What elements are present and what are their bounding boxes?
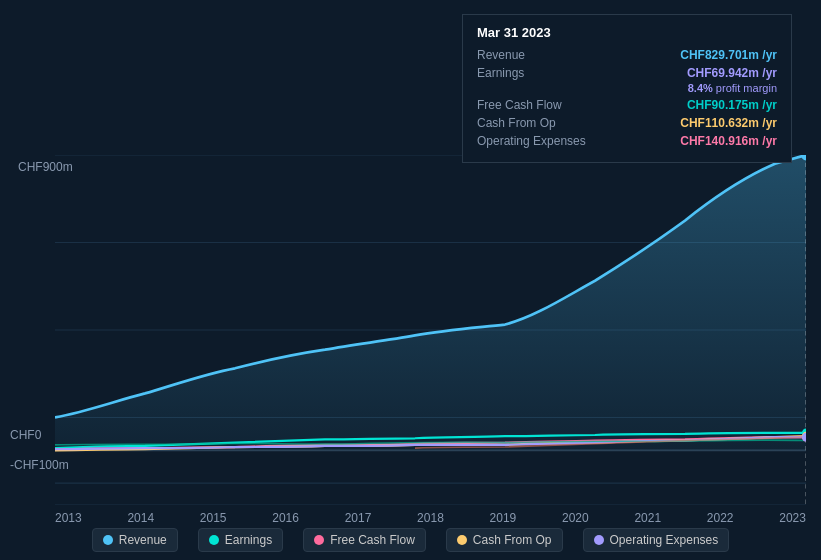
x-label-2015: 2015 <box>200 511 227 525</box>
tooltip-profit-margin-row: 8.4% profit margin <box>477 82 777 94</box>
legend-dot-free-cash <box>314 535 324 545</box>
tooltip-revenue-value: CHF829.701m /yr <box>680 48 777 62</box>
tooltip-profit-margin: 8.4% profit margin <box>688 82 777 94</box>
legend-dot-op-expenses <box>594 535 604 545</box>
x-label-2020: 2020 <box>562 511 589 525</box>
tooltip-cash-from-op-row: Cash From Op CHF110.632m /yr <box>477 116 777 130</box>
x-label-2018: 2018 <box>417 511 444 525</box>
tooltip: Mar 31 2023 Revenue CHF829.701m /yr Earn… <box>462 14 792 163</box>
legend-label-free-cash: Free Cash Flow <box>330 533 415 547</box>
x-label-2022: 2022 <box>707 511 734 525</box>
tooltip-op-expenses-value: CHF140.916m /yr <box>680 134 777 148</box>
legend-item-free-cash[interactable]: Free Cash Flow <box>303 528 426 552</box>
x-label-2021: 2021 <box>634 511 661 525</box>
x-label-2013: 2013 <box>55 511 82 525</box>
legend-item-earnings[interactable]: Earnings <box>198 528 283 552</box>
tooltip-op-expenses-label: Operating Expenses <box>477 134 607 148</box>
chart-svg <box>55 155 806 505</box>
tooltip-free-cash-value: CHF90.175m /yr <box>687 98 777 112</box>
tooltip-cash-from-op-value: CHF110.632m /yr <box>680 116 777 130</box>
x-label-2016: 2016 <box>272 511 299 525</box>
legend-item-revenue[interactable]: Revenue <box>92 528 178 552</box>
tooltip-op-expenses-row: Operating Expenses CHF140.916m /yr <box>477 134 777 148</box>
legend-label-cash-from-op: Cash From Op <box>473 533 552 547</box>
tooltip-revenue-label: Revenue <box>477 48 607 62</box>
x-axis-labels: 2013 2014 2015 2016 2017 2018 2019 2020 … <box>55 511 806 525</box>
legend-item-cash-from-op[interactable]: Cash From Op <box>446 528 563 552</box>
x-label-2017: 2017 <box>345 511 372 525</box>
legend-dot-earnings <box>209 535 219 545</box>
y-axis-zero-label: CHF0 <box>10 428 41 442</box>
tooltip-earnings-label: Earnings <box>477 66 607 80</box>
tooltip-date: Mar 31 2023 <box>477 25 777 40</box>
legend-label-earnings: Earnings <box>225 533 272 547</box>
tooltip-earnings-row: Earnings CHF69.942m /yr <box>477 66 777 80</box>
legend-item-op-expenses[interactable]: Operating Expenses <box>583 528 730 552</box>
tooltip-revenue-row: Revenue CHF829.701m /yr <box>477 48 777 62</box>
legend-label-op-expenses: Operating Expenses <box>610 533 719 547</box>
chart-legend: Revenue Earnings Free Cash Flow Cash Fro… <box>0 528 821 552</box>
chart-area <box>55 155 806 505</box>
tooltip-free-cash-label: Free Cash Flow <box>477 98 607 112</box>
legend-dot-revenue <box>103 535 113 545</box>
tooltip-cash-from-op-label: Cash From Op <box>477 116 607 130</box>
tooltip-free-cash-row: Free Cash Flow CHF90.175m /yr <box>477 98 777 112</box>
x-label-2014: 2014 <box>127 511 154 525</box>
legend-dot-cash-from-op <box>457 535 467 545</box>
legend-label-revenue: Revenue <box>119 533 167 547</box>
chart-container: Mar 31 2023 Revenue CHF829.701m /yr Earn… <box>0 0 821 560</box>
tooltip-earnings-value: CHF69.942m /yr <box>687 66 777 80</box>
x-label-2019: 2019 <box>490 511 517 525</box>
revenue-area <box>55 155 806 450</box>
x-label-2023: 2023 <box>779 511 806 525</box>
